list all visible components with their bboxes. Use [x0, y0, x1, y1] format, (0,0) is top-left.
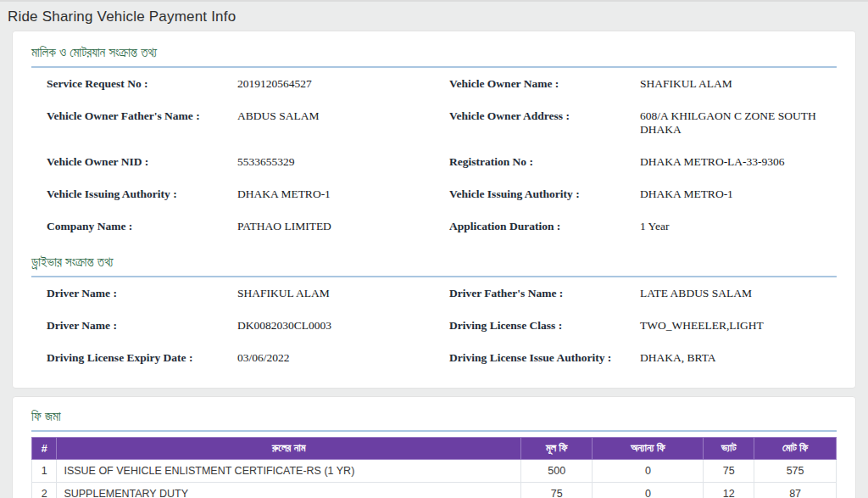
table-row: 1 ISSUE OF VEHICLE ENLISTMENT CERTIFICAT… [32, 460, 837, 483]
table-row: 2 SUPPLEMENTARY DUTY 75 0 12 87 [32, 483, 837, 498]
cell-vat: 12 [704, 483, 754, 498]
field-label: Vehicle Owner Address : [449, 109, 640, 123]
field-value: 1 Year [640, 220, 675, 233]
field-label: Vehicle Owner Name : [449, 77, 640, 91]
field-owner-address: Vehicle Owner Address : 608/A KHILGAON C… [434, 100, 837, 146]
field-label: Service Request No : [47, 77, 237, 91]
section-divider [31, 430, 837, 432]
field-driver-fathers-name: Driver Father's Name : LATE ABDUS SALAM [434, 277, 837, 310]
field-label: Vehicle Issuing Authority : [47, 187, 237, 201]
field-vehicle-owner-name: Vehicle Owner Name : SHAFIKUL ALAM [434, 68, 837, 100]
field-application-duration: Application Duration : 1 Year [434, 210, 837, 243]
vehicle-owner-info-panel: মালিক ও মোটরযান সংক্রান্ত তথ্য Service R… [12, 31, 856, 389]
fee-section-title: ফি জমা [31, 406, 837, 430]
field-label: Vehicle Issuing Authority : [449, 187, 640, 201]
field-label: Driving License Expiry Date : [47, 351, 237, 365]
header-rule-name: রুলের নাম [57, 438, 521, 460]
cell-total-fee: 575 [754, 460, 837, 483]
field-value: DHAKA METRO-LA-33-9306 [640, 155, 790, 169]
header-base-fee: মূল ফি [520, 438, 592, 460]
cell-base-fee: 500 [520, 460, 592, 483]
field-owner-nid: Vehicle Owner NID : 5533655329 [31, 146, 434, 178]
field-value: SHAFIKUL ALAM [237, 287, 335, 300]
field-label: Driver Father's Name : [449, 287, 640, 300]
cell-total-fee: 87 [754, 483, 837, 498]
field-vehicle-issuing-authority-left: Vehicle Issuing Authority : DHAKA METRO-… [31, 178, 434, 210]
header-sl: # [32, 438, 57, 460]
field-label: Driver Name : [47, 319, 237, 333]
cell-sl: 1 [32, 460, 57, 483]
owner-info-grid: Service Request No : 2019120564527 Vehic… [31, 68, 837, 243]
cell-other-fee: 0 [593, 483, 704, 498]
cell-sl: 2 [32, 483, 57, 498]
field-value: DHAKA, BRTA [640, 351, 721, 365]
cell-rule-name: SUPPLEMENTARY DUTY [57, 483, 521, 498]
field-company-name: Company Name : PATHAO LIMITED [31, 210, 434, 243]
field-value: TWO_WHEELER,LIGHT [640, 319, 769, 333]
field-label: Application Duration : [449, 220, 640, 233]
fee-table-header-row: # রুলের নাম মূল ফি অন্যান্য ফি ভ্যাট মোট… [32, 438, 837, 460]
field-label: Vehicle Owner Father's Name : [47, 109, 237, 123]
field-value: 608/A KHILGAON C ZONE SOUTH DHAKA [640, 109, 837, 137]
field-label: Vehicle Owner NID : [47, 155, 237, 169]
cell-vat: 75 [704, 460, 754, 483]
field-value: 2019120564527 [237, 77, 317, 91]
cell-base-fee: 75 [520, 483, 592, 498]
page-title: Ride Sharing Vehicle Payment Info [0, 2, 868, 31]
field-value: 03/06/2022 [237, 351, 295, 365]
owner-section-title: মালিক ও মোটরযান সংক্রান্ত তথ্য [31, 42, 837, 66]
fee-table: # রুলের নাম মূল ফি অন্যান্য ফি ভ্যাট মোট… [31, 437, 837, 498]
cell-other-fee: 0 [593, 460, 704, 483]
field-registration-no: Registration No : DHAKA METRO-LA-33-9306 [434, 146, 837, 178]
header-total-fee: মোট ফি [754, 438, 837, 460]
field-label: Driving License Class : [449, 319, 640, 333]
header-other-fee: অন্যান্য ফি [593, 438, 704, 460]
field-value: DHAKA METRO-1 [237, 187, 336, 201]
field-label: Driving License Issue Authority : [449, 351, 640, 365]
driver-info-grid: Driver Name : SHAFIKUL ALAM Driver Fathe… [31, 277, 837, 374]
fee-panel: ফি জমা # রুলের নাম মূল ফি অন্যান্য ফি ভ্… [12, 396, 856, 498]
field-value: ABDUS SALAM [237, 109, 324, 123]
field-label: Company Name : [47, 220, 237, 233]
field-value: PATHAO LIMITED [237, 220, 337, 233]
field-value: LATE ABDUS SALAM [640, 287, 757, 300]
field-label: Driver Name : [47, 287, 237, 300]
field-owner-fathers-name: Vehicle Owner Father's Name : ABDUS SALA… [31, 100, 434, 146]
field-value: DHAKA METRO-1 [640, 187, 738, 201]
cell-rule-name: ISSUE OF VEHICLE ENLISTMENT CERTIFICATE-… [57, 460, 521, 483]
field-label: Registration No : [449, 155, 640, 169]
field-driver-name: Driver Name : SHAFIKUL ALAM [31, 277, 434, 310]
field-value: 5533655329 [237, 155, 300, 169]
driver-section-title: ড্রাইভার সংক্রান্ত তথ্য [31, 251, 837, 276]
field-value: SHAFIKUL ALAM [640, 77, 737, 91]
field-license-issue-authority: Driving License Issue Authority : DHAKA,… [434, 342, 837, 374]
field-license-expiry-date: Driving License Expiry Date : 03/06/2022 [31, 342, 434, 374]
field-driver-license-no: Driver Name : DK0082030CL0003 [31, 310, 434, 342]
field-service-request-no: Service Request No : 2019120564527 [31, 68, 434, 100]
owner-section: মালিক ও মোটরযান সংক্রান্ত তথ্য Service R… [31, 42, 837, 243]
field-value: DK0082030CL0003 [237, 319, 337, 333]
driver-section: ড্রাইভার সংক্রান্ত তথ্য Driver Name : SH… [31, 251, 837, 374]
header-vat: ভ্যাট [704, 438, 754, 460]
field-driving-license-class: Driving License Class : TWO_WHEELER,LIGH… [434, 310, 837, 342]
field-vehicle-issuing-authority-right: Vehicle Issuing Authority : DHAKA METRO-… [434, 178, 837, 210]
